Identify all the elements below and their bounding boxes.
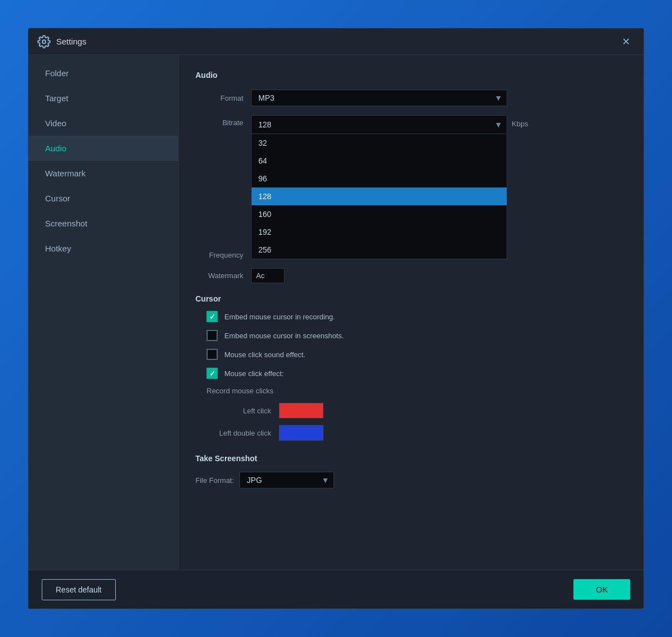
settings-window: Settings ✕ Folder Target Video Audio Wat… [28, 28, 644, 609]
sidebar: Folder Target Video Audio Watermark Curs… [28, 55, 179, 570]
watermark-row: Watermark [195, 268, 627, 283]
checkbox-embed-recording-label: Embed mouse cursor in recording. [224, 313, 335, 321]
watermark-label: Watermark [195, 271, 251, 280]
checkbox-row-embed-recording: Embed mouse cursor in recording. [195, 311, 627, 322]
left-double-click-color-swatch[interactable] [279, 425, 323, 441]
checkbox-embed-screenshot[interactable] [207, 330, 218, 341]
bitrate-option-192[interactable]: 192 [252, 223, 507, 241]
audio-section-header: Audio [195, 71, 627, 80]
sidebar-item-watermark[interactable]: Watermark [28, 161, 178, 186]
bitrate-option-64[interactable]: 64 [252, 152, 507, 170]
bitrate-row: Bitrate 128 ▼ 32 64 96 128 160 [195, 115, 627, 134]
format-value: MP3 [258, 93, 274, 102]
close-button[interactable]: ✕ [617, 33, 635, 51]
checkbox-row-embed-screenshot: Embed mouse cursor in screenshots. [195, 330, 627, 341]
bitrate-unit: Kbps [512, 120, 528, 128]
sidebar-item-hotkey[interactable]: Hotkey [28, 236, 178, 261]
file-format-row: File Format: JPG ▼ [195, 472, 627, 488]
checkbox-row-click-effect: Mouse click effect: [195, 368, 627, 379]
checkbox-click-effect[interactable] [207, 368, 218, 379]
settings-icon [37, 35, 51, 48]
sidebar-item-folder[interactable]: Folder [28, 61, 178, 86]
bitrate-option-160[interactable]: 160 [252, 205, 507, 223]
bitrate-option-32[interactable]: 32 [252, 134, 507, 152]
bitrate-dropdown-selected[interactable]: 128 ▼ [251, 115, 507, 134]
reset-default-button[interactable]: Reset default [42, 579, 116, 600]
titlebar: Settings ✕ [28, 28, 644, 55]
file-format-dropdown-arrow: ▼ [321, 476, 329, 485]
cursor-section-header: Cursor [195, 294, 627, 303]
content-area: Audio Format MP3 ▼ Bitrate 128 ▼ [179, 55, 644, 570]
record-clicks-label: Record mouse clicks [195, 387, 627, 395]
sidebar-item-audio[interactable]: Audio [28, 136, 178, 161]
window-title: Settings [56, 37, 617, 46]
left-click-color-swatch[interactable] [279, 403, 323, 418]
left-click-color-row: Left click [195, 403, 627, 418]
sidebar-item-screenshot[interactable]: Screenshot [28, 211, 178, 236]
file-format-value: JPG [247, 476, 262, 485]
format-dropdown[interactable]: MP3 ▼ [251, 90, 507, 106]
sidebar-item-target[interactable]: Target [28, 86, 178, 111]
checkbox-click-sound[interactable] [207, 349, 218, 360]
ok-button[interactable]: OK [573, 579, 630, 600]
bitrate-selected-value: 128 [258, 120, 271, 129]
svg-point-0 [42, 40, 46, 43]
left-double-click-label: Left double click [207, 429, 279, 437]
bitrate-dropdown-container: 128 ▼ 32 64 96 128 160 192 256 [251, 115, 507, 134]
bitrate-option-96[interactable]: 96 [252, 170, 507, 187]
watermark-input[interactable] [251, 268, 285, 283]
checkbox-click-effect-label: Mouse click effect: [224, 369, 284, 378]
bottom-bar: Reset default OK [28, 570, 644, 609]
file-format-label: File Format: [195, 476, 239, 485]
bitrate-option-128[interactable]: 128 [252, 187, 507, 205]
frequency-label: Frequency [195, 251, 251, 259]
checkbox-embed-recording[interactable] [207, 311, 218, 322]
file-format-dropdown[interactable]: JPG ▼ [239, 472, 334, 488]
checkbox-embed-screenshot-label: Embed mouse cursor in screenshots. [224, 332, 344, 340]
cursor-section: Cursor Embed mouse cursor in recording. … [195, 294, 627, 441]
sidebar-item-video[interactable]: Video [28, 111, 178, 136]
left-click-label: Left click [207, 407, 279, 415]
checkbox-row-click-sound: Mouse click sound effect. [195, 349, 627, 360]
bitrate-label: Bitrate [195, 118, 251, 127]
screenshot-section: Take Screenshot File Format: JPG ▼ [195, 454, 627, 488]
format-dropdown-arrow: ▼ [494, 93, 502, 102]
main-layout: Folder Target Video Audio Watermark Curs… [28, 55, 644, 570]
screenshot-section-header: Take Screenshot [195, 454, 627, 463]
bitrate-option-256[interactable]: 256 [252, 241, 507, 259]
format-label: Format [195, 94, 251, 102]
bitrate-dropdown-arrow: ▼ [494, 120, 502, 129]
bitrate-dropdown-list: 32 64 96 128 160 192 256 [251, 134, 507, 259]
checkbox-click-sound-label: Mouse click sound effect. [224, 350, 306, 359]
left-double-click-color-row: Left double click [195, 425, 627, 441]
format-row: Format MP3 ▼ [195, 90, 627, 106]
sidebar-item-cursor[interactable]: Cursor [28, 186, 178, 211]
